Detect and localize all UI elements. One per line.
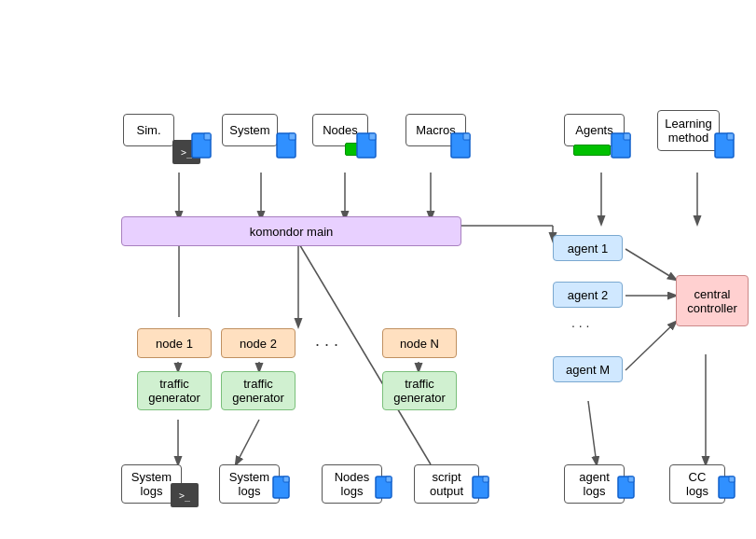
komondor-main-box: komondor main [121,216,461,246]
svg-rect-36 [386,477,392,482]
svg-rect-22 [204,133,211,140]
learning-method-label: Learning method [665,117,712,145]
agent-logs-box: agent logs [564,464,625,504]
cc-logs-box: CC logs [669,464,725,504]
learning-method-file-icon [714,132,740,164]
traffic1-label: traffic generator [148,377,200,405]
svg-rect-26 [369,133,376,140]
svg-line-9 [625,249,676,280]
trafficN-label: traffic generator [393,377,446,405]
agent2-label: agent 2 [568,288,608,302]
svg-rect-30 [624,133,630,140]
nodes-logs-box: Nodes logs [322,464,382,504]
svg-line-11 [625,322,676,370]
traffic2-label: traffic generator [232,377,284,405]
agent-logs-file-icon [617,476,639,504]
sys-logs1-label: System logs [131,470,172,498]
nodes-logs-label: Nodes logs [335,470,370,498]
agent-logs-label: agent logs [579,470,610,498]
cc-logs-label: CC logs [686,470,708,498]
svg-line-18 [588,401,597,464]
sim-label: Sim. [137,123,161,137]
cc-logs-file-icon [718,476,740,504]
traffic1-box: traffic generator [137,371,212,410]
trafficN-box: traffic generator [382,371,457,410]
learning-method-box: Learning method [657,110,720,151]
script-output-label: script output [430,470,463,498]
traffic2-box: traffic generator [221,371,296,410]
node2-box: node 2 [221,328,296,358]
nodes-config-label: Nodes [323,123,358,137]
nodeN-box: node N [382,328,457,358]
central-controller-label: central controller [687,287,736,315]
agent1-box: agent 1 [553,235,623,261]
sim-file-icon [191,132,217,164]
agent1-label: agent 1 [568,242,608,256]
agents-green-bar [573,145,611,156]
agentM-label: agent M [566,363,610,377]
system-config-label: System [229,123,269,137]
script-output-box: script output [414,464,479,504]
node2-label: node 2 [240,337,277,351]
sys-logs2-label: System logs [229,470,269,498]
macros-file-icon [450,132,476,164]
script-output-file-icon [472,476,494,504]
system-file-icon [276,132,302,164]
diagram-lines [0,0,756,539]
agents-file-icon [611,132,637,164]
sys-logs1-terminal-icon [171,483,199,507]
agentM-box: agent M [553,356,623,382]
system-config-box: System [222,114,278,146]
central-controller-box: central controller [676,275,749,326]
sys-logs2-box: System logs [219,464,280,504]
nodes-dots: . . . [315,331,338,351]
agents-dots: . . . [571,315,589,330]
agent2-box: agent 2 [553,282,623,308]
diagram: Sim. System Nodes Macros [0,0,756,539]
nodes-file-blue-icon [356,132,382,164]
svg-line-16 [236,420,259,464]
svg-rect-40 [628,477,634,482]
svg-rect-38 [483,477,488,482]
svg-rect-42 [729,477,735,482]
node1-label: node 1 [156,337,193,351]
agents-config-label: Agents [575,123,612,137]
nodeN-label: node N [400,337,439,351]
svg-rect-34 [283,477,289,482]
node1-box: node 1 [137,328,212,358]
svg-rect-32 [727,133,734,140]
nodes-logs-file-icon [375,476,397,504]
sim-box: Sim. [123,114,174,146]
sys-logs2-file-icon [272,476,295,504]
komondor-main-label: komondor main [250,225,334,239]
svg-rect-28 [463,133,470,140]
svg-rect-24 [289,133,296,140]
